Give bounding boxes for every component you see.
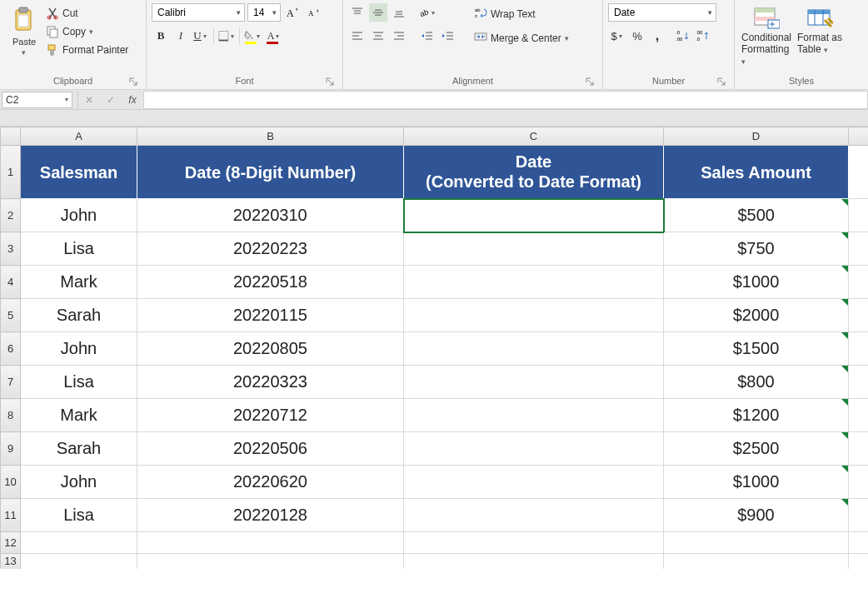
row-header[interactable]: 13 <box>1 554 21 569</box>
row-header[interactable]: 10 <box>1 466 21 499</box>
cell[interactable] <box>137 532 404 554</box>
cut-button[interactable]: Cut <box>43 5 131 22</box>
column-header-D[interactable]: D <box>664 127 849 146</box>
align-top-button[interactable] <box>348 3 367 22</box>
row-header[interactable]: 9 <box>1 432 21 466</box>
cell[interactable] <box>849 299 869 332</box>
font-size-input[interactable] <box>252 6 271 19</box>
cell[interactable] <box>849 532 869 554</box>
paste-button[interactable]: Paste▾ <box>5 3 43 59</box>
enter-formula-button[interactable]: ✓ <box>100 91 122 109</box>
cell[interactable]: Lisa <box>21 499 137 532</box>
align-bottom-button[interactable] <box>390 3 408 22</box>
row-header[interactable]: 6 <box>1 332 21 366</box>
cell[interactable]: Mark <box>21 266 137 299</box>
cell[interactable] <box>404 199 664 232</box>
cell[interactable]: 20220805 <box>137 332 404 366</box>
italic-button[interactable]: I <box>172 27 190 45</box>
cell[interactable]: $500 <box>664 199 849 232</box>
cell[interactable]: $750 <box>664 232 849 266</box>
cell[interactable]: 20220223 <box>137 232 404 266</box>
cell[interactable]: John <box>21 466 137 499</box>
cell[interactable] <box>849 366 869 399</box>
cell[interactable]: John <box>21 199 137 232</box>
cell[interactable] <box>404 332 664 366</box>
cell[interactable]: John <box>21 332 137 366</box>
cell[interactable]: Sarah <box>21 432 137 466</box>
cell[interactable] <box>849 332 869 366</box>
decrease-decimal-button[interactable]: .00.0 <box>693 27 711 45</box>
borders-button[interactable]: ▾ <box>217 27 236 45</box>
row-header[interactable]: 12 <box>1 532 21 554</box>
column-header-extra[interactable] <box>849 127 869 146</box>
decrease-font-size-button[interactable]: A <box>304 3 322 22</box>
font-name-dropdown[interactable]: ▾ <box>152 3 245 22</box>
cell[interactable]: 20220128 <box>137 499 404 532</box>
decrease-indent-button[interactable] <box>418 27 436 45</box>
cell[interactable]: Lisa <box>21 232 137 266</box>
cell[interactable] <box>404 366 664 399</box>
row-header[interactable]: 3 <box>1 232 21 266</box>
cell[interactable] <box>404 499 664 532</box>
header-cell-date-8digit[interactable]: Date (8-Digit Number) <box>137 146 404 199</box>
copy-button[interactable]: Copy ▾ <box>43 23 131 40</box>
cell[interactable]: Mark <box>21 399 137 432</box>
underline-button[interactable]: U▾ <box>192 27 210 45</box>
row-header[interactable]: 11 <box>1 499 21 532</box>
number-format-input[interactable] <box>612 6 706 19</box>
orientation-button[interactable]: ab▾ <box>418 3 436 22</box>
cell[interactable] <box>404 266 664 299</box>
cell[interactable] <box>849 266 869 299</box>
cell[interactable]: $2500 <box>664 432 849 466</box>
cell[interactable] <box>21 532 137 554</box>
cell[interactable] <box>849 199 869 232</box>
cell[interactable]: 20220115 <box>137 299 404 332</box>
column-header-A[interactable]: A <box>21 127 137 146</box>
cell[interactable]: $1000 <box>664 266 849 299</box>
format-painter-button[interactable]: Format Painter <box>43 42 131 58</box>
align-right-button[interactable] <box>390 27 408 45</box>
row-header[interactable]: 8 <box>1 399 21 432</box>
header-cell-sales-amount[interactable]: Sales Amount <box>664 146 849 199</box>
column-header-C[interactable]: C <box>404 127 664 146</box>
name-box[interactable]: C2 ▾ <box>2 92 72 108</box>
cell[interactable] <box>849 432 869 466</box>
cell[interactable]: $800 <box>664 366 849 399</box>
cell[interactable]: 20220712 <box>137 399 404 432</box>
bold-button[interactable]: B <box>152 27 170 45</box>
cell[interactable] <box>404 532 664 554</box>
insert-function-button[interactable]: fx <box>122 91 143 109</box>
chevron-down-icon[interactable]: ▾ <box>89 27 93 36</box>
dialog-launcher-icon[interactable] <box>584 76 596 87</box>
cell[interactable]: 20220310 <box>137 199 404 232</box>
increase-decimal-button[interactable]: .0.00 <box>673 27 691 45</box>
cell[interactable] <box>404 232 664 266</box>
cell[interactable] <box>849 466 869 499</box>
cell[interactable] <box>404 399 664 432</box>
merge-center-button[interactable]: Merge & Center ▾ <box>468 27 575 48</box>
cell[interactable]: 20220323 <box>137 366 404 399</box>
increase-indent-button[interactable] <box>439 27 457 45</box>
conditional-formatting-button[interactable]: ConditionalFormatting ▾ <box>740 3 793 68</box>
format-as-table-button[interactable]: Format asTable ▾ <box>793 3 846 57</box>
cell[interactable] <box>664 554 849 569</box>
cell[interactable]: 20220620 <box>137 466 404 499</box>
cell[interactable]: $2000 <box>664 299 849 332</box>
dialog-launcher-icon[interactable] <box>324 76 336 87</box>
cell[interactable]: 20220506 <box>137 432 404 466</box>
row-header[interactable]: 1 <box>1 146 21 199</box>
increase-font-size-button[interactable]: A <box>283 3 302 22</box>
number-format-dropdown[interactable]: ▾ <box>608 3 716 22</box>
row-header[interactable]: 7 <box>1 366 21 399</box>
row-header[interactable]: 4 <box>1 266 21 299</box>
row-header[interactable]: 2 <box>1 199 21 232</box>
cell[interactable] <box>21 554 137 569</box>
cell[interactable] <box>404 466 664 499</box>
align-middle-button[interactable] <box>369 3 387 22</box>
cell[interactable] <box>849 554 869 569</box>
cell[interactable] <box>849 146 869 199</box>
wrap-text-button[interactable]: abc Wrap Text <box>468 3 575 24</box>
cell[interactable] <box>404 554 664 569</box>
cell[interactable]: $1500 <box>664 332 849 366</box>
cell[interactable]: Lisa <box>21 366 137 399</box>
